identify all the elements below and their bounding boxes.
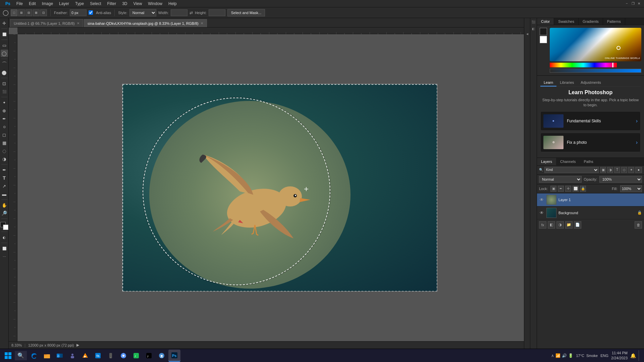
foreground-color[interactable] — [0, 222, 8, 230]
tab-patterns[interactable]: Patterns — [603, 18, 625, 25]
tab-gradients[interactable]: Gradients — [579, 18, 603, 25]
tool-pen[interactable]: ✒ — [1, 166, 8, 174]
style-select[interactable]: Normal Fixed Ratio Fixed Size — [129, 9, 156, 16]
layer1-visibility-btn[interactable]: 👁 — [539, 197, 544, 202]
menu-view[interactable]: View — [131, 1, 145, 7]
new-selection-btn[interactable]: □ — [11, 9, 17, 16]
layer-row-background[interactable]: 👁 Background 🔒 — [537, 206, 644, 220]
select-and-mask-btn[interactable]: Select and Mask... — [227, 9, 265, 16]
taskbar-teams[interactable] — [66, 350, 78, 362]
weather-info[interactable]: 17°C Smoke — [576, 354, 598, 358]
tool-frame[interactable]: ⬛ — [1, 88, 8, 95]
taskbar-explorer[interactable] — [41, 350, 53, 362]
color-tool-mini[interactable]: ⬛ — [531, 19, 536, 25]
taskbar-chrome[interactable] — [117, 350, 129, 362]
fx-btn[interactable]: fx — [539, 221, 546, 229]
tray-battery[interactable]: 🔋 — [568, 353, 573, 358]
pixel-filter-btn[interactable]: ▣ — [600, 167, 606, 173]
tool-clone[interactable]: ⊙ — [1, 123, 8, 130]
tool-crop[interactable]: ⊡ — [1, 80, 8, 87]
fill-select[interactable]: 100% — [620, 185, 642, 192]
tool-quick-mask[interactable]: ◐ — [1, 234, 8, 241]
menu-select[interactable]: Select — [87, 1, 104, 7]
color-selector-circle[interactable] — [616, 46, 621, 50]
learn-tab-adjustments[interactable]: Adjustments — [577, 79, 604, 86]
blend-mode-select[interactable]: Normal Dissolve Multiply Screen — [539, 176, 582, 183]
new-group-btn[interactable]: 📁 — [565, 221, 573, 229]
tool-artboard[interactable]: ⬜ — [1, 31, 8, 38]
language-indicator[interactable]: ENG — [600, 354, 608, 358]
taskbar-download-manager[interactable] — [156, 350, 168, 362]
close-btn[interactable]: ✕ — [637, 1, 641, 6]
taskbar-tiktok[interactable]: ♪ — [143, 350, 155, 362]
taskbar-outlook[interactable]: O — [54, 350, 66, 362]
menu-filter[interactable]: Filter — [104, 1, 119, 7]
desktop-btn[interactable] — [639, 350, 641, 361]
menu-edit[interactable]: Edit — [26, 1, 39, 7]
kind-filter-select[interactable]: Kind — [544, 167, 599, 173]
shape-filter-btn[interactable]: ◇ — [621, 167, 627, 173]
canvas-wrapper[interactable] — [9, 27, 524, 341]
tray-expand[interactable]: ∧ — [551, 353, 554, 358]
tool-blur[interactable]: ◌ — [1, 147, 8, 155]
tool-text[interactable]: T — [1, 174, 8, 182]
status-arrow[interactable]: ▶ — [76, 343, 79, 347]
notification-btn[interactable]: 🔔 — [630, 353, 636, 358]
menu-file[interactable]: File — [14, 1, 25, 7]
learn-card-fixphoto[interactable]: ✿ Fix a photo › — [540, 133, 641, 152]
new-layer-btn[interactable]: 📄 — [574, 221, 581, 229]
filter-toggle-btn[interactable]: ● — [635, 167, 642, 173]
menu-3d[interactable]: 3D — [119, 1, 130, 7]
tool-brush[interactable]: ✒ — [1, 115, 8, 122]
taskbar-edge[interactable] — [28, 350, 40, 362]
height-input[interactable] — [209, 9, 225, 16]
tab-color[interactable]: Color — [537, 18, 554, 25]
lock-all-btn[interactable]: 🔒 — [580, 186, 586, 192]
menu-window[interactable]: Window — [145, 1, 165, 7]
adjustment-btn[interactable]: ◑ — [556, 221, 564, 229]
menu-image[interactable]: Image — [39, 1, 56, 7]
tab-swatches[interactable]: Swatches — [554, 18, 579, 25]
tool-shape[interactable]: ▬ — [1, 190, 8, 198]
foreground-swatch[interactable] — [540, 28, 547, 35]
windows-start-btn[interactable] — [3, 350, 13, 361]
menu-ps[interactable]: Ps — [3, 1, 13, 7]
layers-tab-layers[interactable]: Layers — [537, 158, 556, 165]
tool-spot-heal[interactable]: ⊕ — [1, 107, 8, 114]
learn-card-fundamental[interactable]: ■ Fundamental Skills › — [540, 111, 641, 131]
tool-quick-select[interactable]: ⬤ — [1, 69, 8, 76]
tool-marquee-ellipse[interactable]: ◯ — [1, 50, 8, 57]
lock-pixels-btn[interactable]: ▣ — [550, 186, 556, 192]
tab-bird[interactable]: sina-bahar-QDkvLKXHYhk-unsplash.jpg @ 8.… — [84, 19, 207, 27]
layers-tab-paths[interactable]: Paths — [580, 158, 597, 165]
tool-lasso[interactable]: ⌒ — [1, 61, 8, 68]
delete-layer-btn[interactable]: 🗑 — [635, 221, 642, 229]
tool-eyedropper[interactable]: ✦ — [1, 99, 8, 106]
background-swatch[interactable] — [540, 36, 547, 43]
collapse-panel-btn[interactable]: ◂ — [524, 18, 530, 349]
lock-artboard-btn[interactable]: ⬜ — [573, 186, 579, 192]
tray-network[interactable]: 📶 — [555, 353, 560, 358]
add-mask-btn[interactable]: ◧ — [548, 221, 555, 229]
alpha-bar[interactable] — [550, 69, 641, 73]
intersect-selection-btn[interactable]: ⊠ — [33, 9, 40, 16]
smart-filter-btn[interactable]: ✦ — [628, 167, 634, 173]
close-tab-untitled[interactable]: ✕ — [77, 21, 79, 25]
menu-type[interactable]: Type — [72, 1, 87, 7]
opacity-select[interactable]: 100% — [599, 176, 642, 183]
adjust-filter-btn[interactable]: ◑ — [607, 167, 613, 173]
tab-untitled[interactable]: Untitled-1 @ 66.7% (Layer 1, RGB/8) ✕ — [10, 19, 83, 27]
taskbar-photoshop[interactable]: Ps — [168, 350, 180, 362]
bg-layer-visibility-btn[interactable]: 👁 — [539, 210, 544, 216]
taskbar-clock[interactable]: 11:44 PM 2/24/2023 — [611, 351, 628, 360]
layers-tab-channels[interactable]: Channels — [556, 158, 580, 165]
tool-extra[interactable]: ⋯ — [1, 253, 8, 260]
taskbar-store[interactable]: 🛍 — [92, 350, 104, 362]
tool-path-select[interactable]: ↗ — [1, 182, 8, 190]
hue-bar[interactable] — [550, 63, 617, 67]
adjust-mini[interactable]: ◧ — [531, 26, 536, 32]
tool-zoom[interactable]: 🔎 — [1, 209, 8, 217]
add-selection-btn[interactable]: ⊞ — [18, 9, 25, 16]
tray-volume[interactable]: 🔊 — [562, 353, 567, 358]
tool-gradient[interactable]: ▦ — [1, 139, 8, 146]
